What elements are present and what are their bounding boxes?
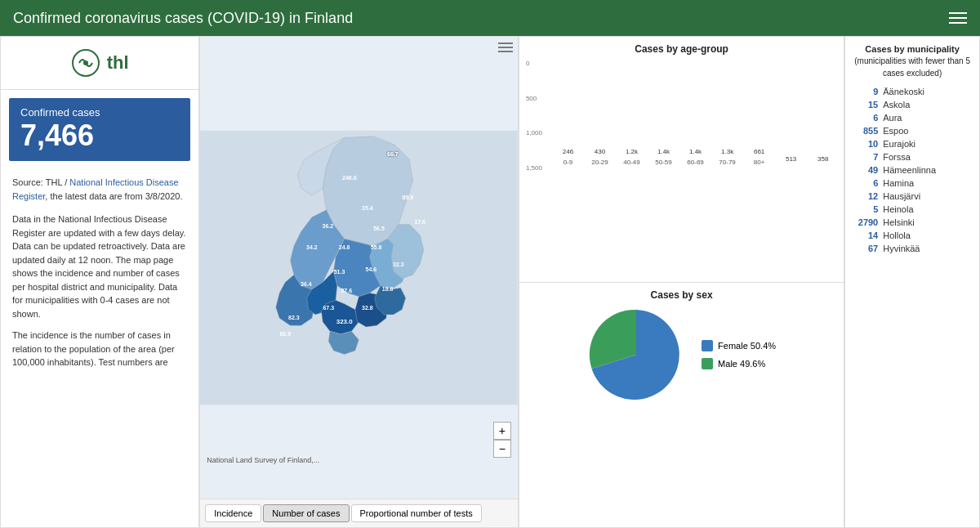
svg-point-1 bbox=[83, 60, 88, 65]
municipality-item: 6Aura bbox=[850, 111, 974, 124]
svg-text:54.6: 54.6 bbox=[366, 266, 377, 272]
municipality-item: 5Heinola bbox=[850, 203, 974, 216]
map-area: 66.7 248.8 35.4 89.9 36.2 56.5 17.6 34.2… bbox=[199, 36, 519, 528]
age-bar-70-79: 1.3k 70-79 bbox=[713, 148, 742, 166]
map-credit: National Land Survey of Finland,... bbox=[207, 456, 319, 464]
municipality-item: 15Askola bbox=[850, 98, 974, 111]
svg-text:67.3: 67.3 bbox=[323, 305, 335, 311]
svg-text:24.8: 24.8 bbox=[339, 244, 350, 250]
female-label: Female 50.4% bbox=[718, 341, 776, 351]
main-content: thl Confirmed cases 7,466 Source: THL / … bbox=[0, 36, 980, 528]
incidence-text: The incidence is the number of cases in … bbox=[1, 324, 198, 374]
svg-text:18.8: 18.8 bbox=[382, 286, 394, 292]
svg-text:323.0: 323.0 bbox=[336, 318, 353, 325]
svg-text:35.4: 35.4 bbox=[362, 205, 373, 211]
map-container[interactable]: 66.7 248.8 35.4 89.9 36.2 56.5 17.6 34.2… bbox=[200, 37, 518, 499]
thl-text: thl bbox=[107, 52, 129, 74]
left-panel: thl Confirmed cases 7,466 Source: THL / … bbox=[0, 36, 199, 528]
svg-text:34.2: 34.2 bbox=[306, 244, 318, 250]
description-text: Data in the National Infectious Disease … bbox=[1, 209, 198, 324]
zoom-out-button[interactable]: − bbox=[493, 440, 511, 458]
page-title: Confirmed coronavirus cases (COVID-19) i… bbox=[13, 10, 353, 27]
zoom-controls: + − bbox=[493, 422, 511, 458]
age-bar-0-9: 246 0-9 bbox=[554, 148, 582, 166]
age-bar-extra1: 513 bbox=[777, 155, 805, 166]
svg-text:56.5: 56.5 bbox=[373, 226, 385, 231]
confirmed-box: Confirmed cases 7,466 bbox=[9, 98, 190, 161]
list-icon[interactable] bbox=[498, 42, 513, 56]
confirmed-label: Confirmed cases bbox=[20, 106, 179, 119]
municipality-item: 6Hamina bbox=[850, 177, 974, 190]
svg-text:55.8: 55.8 bbox=[371, 244, 382, 250]
sex-chart-panel: Cases by sex Female 50.4% Male bbox=[519, 283, 844, 529]
sex-chart-area: Female 50.4% Male 49.6% bbox=[526, 306, 837, 404]
sex-legend: Female 50.4% Male 49.6% bbox=[702, 340, 776, 369]
age-chart-title: Cases by age-group bbox=[526, 43, 837, 55]
municipality-item: 67Hyvinkää bbox=[850, 242, 974, 255]
municipality-item: 9Äänekoski bbox=[850, 85, 974, 98]
municipality-item: 14Hollola bbox=[850, 229, 974, 242]
municipality-item: 12Hausjärvi bbox=[850, 190, 974, 203]
male-label: Male 49.6% bbox=[718, 359, 765, 369]
thl-logo-icon bbox=[71, 48, 100, 78]
municipality-item: 10Eurajoki bbox=[850, 137, 974, 150]
svg-text:248.8: 248.8 bbox=[342, 175, 357, 181]
age-y-axis: 1,500 1,000 500 0 bbox=[526, 60, 549, 172]
municipality-title: Cases by municipality (municipalities wi… bbox=[850, 43, 974, 78]
sex-pie-chart bbox=[587, 306, 685, 404]
header: Confirmed coronavirus cases (COVID-19) i… bbox=[0, 0, 980, 36]
svg-text:57.6: 57.6 bbox=[341, 288, 353, 293]
municipality-item: 2790Helsinki bbox=[850, 216, 974, 229]
finland-map-svg: 66.7 248.8 35.4 89.9 36.2 56.5 17.6 34.2… bbox=[200, 37, 518, 499]
confirmed-number: 7,466 bbox=[20, 119, 179, 153]
svg-text:89.9: 89.9 bbox=[403, 195, 414, 200]
thl-logo-area: thl bbox=[1, 37, 198, 90]
proportional-tests-button[interactable]: Proportional number of tests bbox=[351, 504, 482, 522]
municipality-item: 855Espoo bbox=[850, 124, 974, 137]
svg-text:32.3: 32.3 bbox=[393, 262, 404, 267]
municipality-panel: Cases by municipality (municipalities wi… bbox=[844, 36, 980, 528]
age-chart-panel: Cases by age-group 1,500 1,000 500 0 246… bbox=[519, 36, 844, 283]
number-of-cases-button[interactable]: Number of cases bbox=[263, 504, 349, 522]
svg-text:66.9: 66.9 bbox=[280, 331, 292, 337]
municipality-item: 49Hämeenlinna bbox=[850, 163, 974, 177]
svg-text:17.6: 17.6 bbox=[415, 219, 426, 225]
svg-text:51.3: 51.3 bbox=[334, 269, 345, 275]
menu-icon[interactable] bbox=[949, 12, 967, 24]
incidence-button[interactable]: Incidence bbox=[205, 504, 261, 522]
age-bar-40-49: 1.2k 40-49 bbox=[617, 148, 646, 166]
age-bar-50-59: 1.4k 50-59 bbox=[649, 148, 678, 166]
svg-text:66.7: 66.7 bbox=[387, 151, 399, 157]
municipality-list: 9Äänekoski15Askola6Aura855Espoo10Eurajok… bbox=[850, 85, 974, 255]
svg-text:36.4: 36.4 bbox=[301, 281, 312, 287]
age-bar-80plus: 661 80+ bbox=[745, 148, 773, 166]
age-bar-extra2: 358 bbox=[808, 155, 837, 166]
svg-text:82.3: 82.3 bbox=[288, 315, 300, 320]
right-charts: Cases by age-group 1,500 1,000 500 0 246… bbox=[519, 36, 844, 528]
sex-chart-title: Cases by sex bbox=[526, 289, 837, 301]
thl-logo: thl bbox=[71, 48, 129, 78]
age-bar-60-69: 1.4k 60-69 bbox=[681, 148, 710, 166]
municipality-item: 7Forssa bbox=[850, 150, 974, 163]
age-bar-20-29: 430 20-29 bbox=[586, 148, 614, 166]
zoom-in-button[interactable]: + bbox=[493, 422, 511, 440]
source-text: Source: THL / National Infectious Diseas… bbox=[1, 169, 198, 209]
svg-text:32.8: 32.8 bbox=[362, 305, 373, 311]
map-buttons: Incidence Number of cases Proportional n… bbox=[200, 499, 518, 527]
svg-text:36.2: 36.2 bbox=[323, 223, 334, 229]
